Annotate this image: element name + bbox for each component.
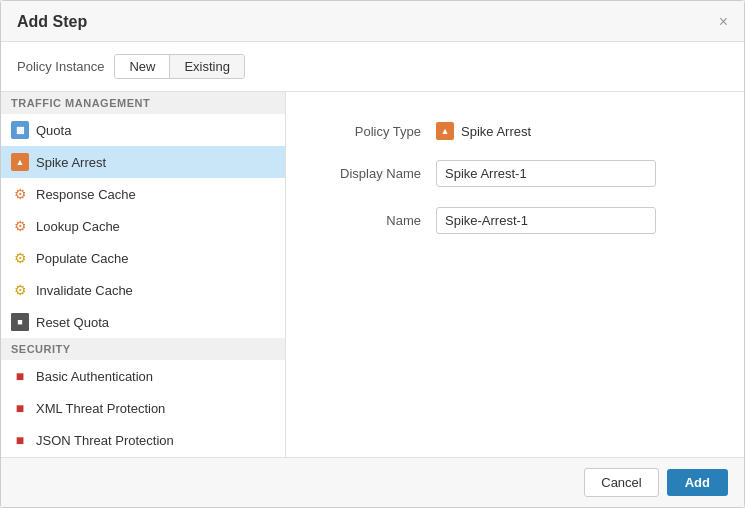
section-security-header: SECURITY xyxy=(1,338,285,360)
dialog-title: Add Step xyxy=(17,13,87,31)
sidebar-item-label: XML Threat Protection xyxy=(36,401,165,416)
policy-type-label: Policy Type xyxy=(326,124,436,139)
sidebar-item-lookup-cache[interactable]: ⚙Lookup Cache xyxy=(1,210,285,242)
sidebar-item-label: Reset Quota xyxy=(36,315,109,330)
sidebar-item-populate-cache[interactable]: ⚙Populate Cache xyxy=(1,242,285,274)
policy-instance-label: Policy Instance xyxy=(17,59,104,74)
sidebar-item-basic-auth[interactable]: ■Basic Authentication xyxy=(1,360,285,392)
sidebar-item-invalidate-cache[interactable]: ⚙Invalidate Cache xyxy=(1,274,285,306)
sidebar-item-label: Populate Cache xyxy=(36,251,129,266)
sidebar-item-label: Invalidate Cache xyxy=(36,283,133,298)
policy-type-icon: ▲ xyxy=(436,122,454,140)
sidebar-item-response-cache[interactable]: ⚙Response Cache xyxy=(1,178,285,210)
red-circle-icon: ■ xyxy=(11,431,29,449)
tab-group: New Existing xyxy=(114,54,245,79)
display-name-label: Display Name xyxy=(326,166,436,181)
sidebar-item-reset-quota[interactable]: ■Reset Quota xyxy=(1,306,285,338)
sidebar-item-xml-threat[interactable]: ■XML Threat Protection xyxy=(1,392,285,424)
add-button[interactable]: Add xyxy=(667,469,728,496)
sidebar-item-label: Response Cache xyxy=(36,187,136,202)
sidebar-item-json-threat[interactable]: ■JSON Threat Protection xyxy=(1,424,285,456)
sidebar-item-label: Quota xyxy=(36,123,71,138)
sidebar: TRAFFIC MANAGEMENT ▩Quota▲Spike Arrest⚙R… xyxy=(1,92,286,457)
sidebar-item-label: Spike Arrest xyxy=(36,155,106,170)
policy-instance-row: Policy Instance New Existing xyxy=(1,42,744,92)
sidebar-item-spike-arrest[interactable]: ▲Spike Arrest xyxy=(1,146,285,178)
cancel-button[interactable]: Cancel xyxy=(584,468,658,497)
gear-yellow-icon: ⚙ xyxy=(11,281,29,299)
sidebar-item-label: Basic Authentication xyxy=(36,369,153,384)
policy-type-value: ▲ Spike Arrest xyxy=(436,122,531,140)
square-dark-icon: ■ xyxy=(11,313,29,331)
add-step-dialog: Add Step × Policy Instance New Existing … xyxy=(0,0,745,508)
spike-icon: ▲ xyxy=(11,153,29,171)
sidebar-item-label: Lookup Cache xyxy=(36,219,120,234)
sidebar-item-quota[interactable]: ▩Quota xyxy=(1,114,285,146)
policy-type-row: Policy Type ▲ Spike Arrest xyxy=(326,122,704,140)
display-name-input[interactable] xyxy=(436,160,656,187)
dialog-body: TRAFFIC MANAGEMENT ▩Quota▲Spike Arrest⚙R… xyxy=(1,92,744,457)
red-circle-icon: ■ xyxy=(11,399,29,417)
dialog-footer: Cancel Add xyxy=(1,457,744,507)
gear-orange-icon: ⚙ xyxy=(11,185,29,203)
display-name-row: Display Name xyxy=(326,160,704,187)
gear-orange-icon: ⚙ xyxy=(11,217,29,235)
tab-new[interactable]: New xyxy=(115,55,170,78)
close-button[interactable]: × xyxy=(719,14,728,30)
sidebar-item-label: JSON Threat Protection xyxy=(36,433,174,448)
section-traffic-header: TRAFFIC MANAGEMENT xyxy=(1,92,285,114)
dialog-header: Add Step × xyxy=(1,1,744,42)
gear-yellow-icon: ⚙ xyxy=(11,249,29,267)
name-row: Name xyxy=(326,207,704,234)
chart-icon: ▩ xyxy=(11,121,29,139)
main-content: Policy Type ▲ Spike Arrest Display Name … xyxy=(286,92,744,457)
name-label: Name xyxy=(326,213,436,228)
name-input[interactable] xyxy=(436,207,656,234)
policy-type-text: Spike Arrest xyxy=(461,124,531,139)
red-circle-icon: ■ xyxy=(11,367,29,385)
tab-existing[interactable]: Existing xyxy=(170,55,244,78)
